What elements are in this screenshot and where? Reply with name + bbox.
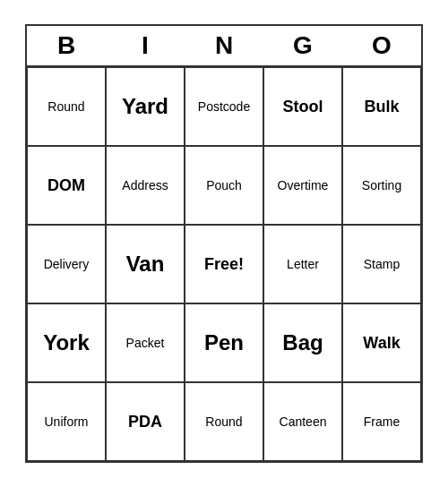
grid-cell: Sorting (342, 146, 421, 225)
bingo-header: BINGO (27, 26, 421, 67)
cell-text: Bag (282, 330, 323, 355)
grid-cell: Pouch (185, 146, 263, 225)
grid-cell: Round (185, 382, 263, 461)
grid-cell: Uniform (27, 382, 106, 461)
grid-cell: Free! (185, 225, 263, 303)
grid-cell: Delivery (27, 225, 106, 303)
cell-text: Walk (363, 334, 400, 353)
cell-text: Round (47, 99, 84, 114)
grid-cell: Bulk (342, 67, 421, 146)
grid-cell: York (27, 303, 106, 382)
cell-text: Round (205, 414, 242, 429)
cell-text: Bulk (364, 98, 399, 116)
cell-text: Letter (287, 257, 319, 271)
grid-cell: Overtime (263, 146, 342, 225)
cell-text: PDA (128, 413, 162, 431)
bingo-card: BINGO RoundYardPostcodeStoolBulkDOMAddre… (25, 24, 423, 463)
cell-text: Stool (283, 98, 323, 116)
cell-text: Address (122, 178, 168, 192)
cell-text: Stamp (364, 257, 400, 271)
cell-text: Pouch (206, 178, 242, 192)
grid-cell: Pen (185, 303, 263, 382)
cell-text: Canteen (280, 414, 327, 429)
grid-cell: Stool (263, 67, 342, 146)
grid-cell: Van (106, 225, 185, 303)
cell-text: Sorting (362, 178, 401, 192)
grid-cell: DOM (27, 146, 106, 225)
grid-cell: Canteen (263, 382, 342, 461)
cell-text: Uniform (44, 414, 88, 429)
cell-text: Van (126, 252, 165, 277)
cell-text: DOM (47, 176, 85, 195)
grid-cell: Packet (106, 303, 185, 382)
grid-cell: Address (106, 146, 185, 225)
header-letter: O (342, 26, 421, 67)
cell-text: Yard (122, 94, 168, 119)
grid-cell: Round (27, 67, 106, 146)
cell-text: York (43, 330, 90, 355)
grid-cell: Frame (342, 382, 421, 461)
header-letter: G (263, 26, 342, 67)
grid-cell: Letter (263, 225, 342, 303)
cell-text: Pen (204, 330, 244, 355)
cell-text: Frame (364, 414, 400, 429)
grid-cell: Bag (263, 303, 342, 382)
grid-cell: Yard (106, 67, 185, 146)
grid-cell: PDA (106, 382, 185, 461)
grid-cell: Walk (342, 303, 421, 382)
cell-text: Packet (126, 336, 165, 350)
grid-cell: Stamp (342, 225, 421, 303)
cell-text: Free! (204, 255, 244, 274)
header-letter: B (27, 26, 106, 67)
bingo-grid: RoundYardPostcodeStoolBulkDOMAddressPouc… (27, 67, 421, 461)
header-letter: I (106, 26, 185, 67)
cell-text: Overtime (278, 178, 329, 192)
header-letter: N (185, 26, 263, 67)
grid-cell: Postcode (185, 67, 263, 146)
cell-text: Delivery (44, 257, 90, 271)
cell-text: Postcode (198, 99, 250, 114)
